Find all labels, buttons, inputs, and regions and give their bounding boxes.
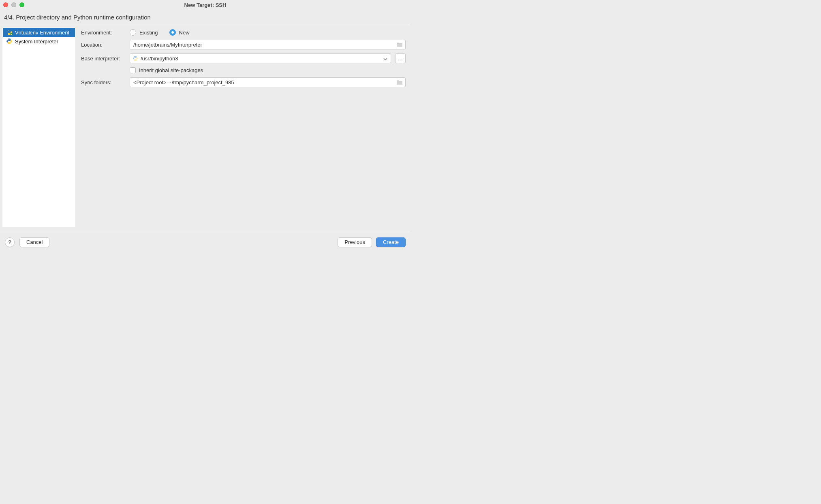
row-sync-folders: Sync folders: <Project root>→/tmp/pychar… <box>81 77 406 87</box>
svg-point-0 <box>8 30 9 31</box>
row-base-interpreter: Base interpreter: /usr/bin/python3 ... <box>81 53 406 63</box>
sync-folders-value: <Project root>→/tmp/pycharm_project_985 <box>133 79 234 85</box>
location-value: /home/jetbrains/MyInterpreter <box>133 42 202 48</box>
browse-folder-icon[interactable] <box>396 80 403 85</box>
help-button[interactable]: ? <box>5 237 15 247</box>
inherit-checkbox[interactable]: Inherit global site-packages <box>130 67 203 73</box>
label-base-interpreter: Base interpreter: <box>81 56 126 62</box>
button-label: Previous <box>344 239 365 245</box>
sidebar-item-label: Virtualenv Environment <box>15 30 69 36</box>
previous-button[interactable]: Previous <box>338 237 372 247</box>
step-header: 4/4. Project directory and Python runtim… <box>0 10 410 25</box>
row-environment: Environment: Existing New <box>81 29 406 36</box>
sidebar-item-virtualenv[interactable]: Virtualenv Environment <box>3 28 75 37</box>
sidebar-item-system-interpreter[interactable]: System Interpreter <box>3 37 75 46</box>
python-virtualenv-icon <box>6 29 13 36</box>
button-label: Create <box>383 239 399 245</box>
main-area: Virtualenv Environment System Interprete… <box>0 25 410 232</box>
chevron-down-icon <box>383 56 387 60</box>
browse-folder-icon[interactable] <box>396 42 403 47</box>
environment-radios: Existing New <box>130 29 190 36</box>
window-title: New Target: SSH <box>0 2 410 8</box>
location-input[interactable]: /home/jetbrains/MyInterpreter <box>130 40 406 49</box>
dialog-footer: ? Cancel Previous Create <box>0 232 410 252</box>
python-icon <box>133 56 138 61</box>
titlebar: New Target: SSH <box>0 0 410 10</box>
radio-label: Existing <box>139 30 158 36</box>
python-icon <box>6 38 13 45</box>
sync-folders-input[interactable]: <Project root>→/tmp/pycharm_project_985 <box>130 77 406 87</box>
checkbox-icon <box>130 67 136 73</box>
base-interpreter-combo[interactable]: /usr/bin/python3 <box>130 53 391 63</box>
row-location: Location: /home/jetbrains/MyInterpreter <box>81 40 406 49</box>
create-button[interactable]: Create <box>376 237 406 247</box>
radio-icon <box>130 29 136 36</box>
window-controls <box>3 2 24 7</box>
label-environment: Environment: <box>81 30 126 36</box>
radio-label: New <box>179 30 190 36</box>
label-location: Location: <box>81 42 126 48</box>
radio-existing[interactable]: Existing <box>130 29 158 36</box>
row-inherit: Inherit global site-packages <box>81 67 406 73</box>
svg-point-4 <box>10 43 11 44</box>
checkbox-label: Inherit global site-packages <box>139 67 203 73</box>
svg-point-3 <box>8 39 9 40</box>
label-sync-folders: Sync folders: <box>81 79 126 85</box>
button-label: Cancel <box>26 239 43 245</box>
minimize-icon[interactable] <box>11 2 16 7</box>
browse-interpreter-button[interactable]: ... <box>395 53 406 63</box>
maximize-icon[interactable] <box>19 2 24 7</box>
radio-new[interactable]: New <box>169 29 190 36</box>
close-icon[interactable] <box>3 2 8 7</box>
form: Environment: Existing New Location: /ho <box>75 25 410 229</box>
cancel-button[interactable]: Cancel <box>19 237 49 247</box>
sidebar-item-label: System Interpreter <box>15 38 58 45</box>
help-icon: ? <box>8 239 12 246</box>
dialog-window: New Target: SSH 4/4. Project directory a… <box>0 0 410 252</box>
radio-icon <box>169 29 176 36</box>
base-interpreter-value: /usr/bin/python3 <box>141 56 178 62</box>
interpreter-type-sidebar: Virtualenv Environment System Interprete… <box>2 28 75 227</box>
